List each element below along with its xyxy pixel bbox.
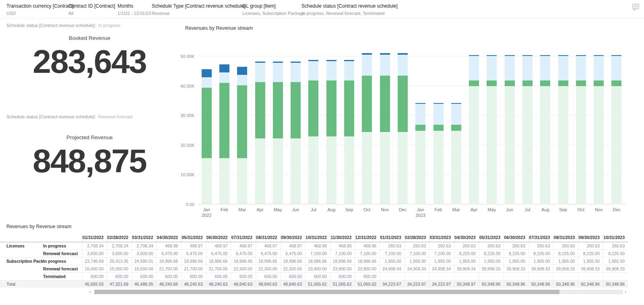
bar-segment[interactable]: [576, 56, 586, 80]
scroll-thumb[interactable]: [94, 290, 559, 294]
bar-segment[interactable]: [237, 75, 247, 85]
bar-jan2022[interactable]: [202, 69, 212, 204]
bar-segment[interactable]: [576, 86, 586, 204]
bar-segment[interactable]: [291, 203, 301, 204]
bar-segment[interactable]: [415, 125, 425, 130]
bar-segment[interactable]: [451, 125, 461, 130]
bar-segment[interactable]: [611, 86, 621, 204]
bar-segment[interactable]: [611, 80, 621, 86]
bar-segment[interactable]: [291, 138, 301, 203]
bar-segment[interactable]: [344, 203, 354, 204]
bar-segment[interactable]: [219, 72, 229, 83]
bar-segment[interactable]: [362, 76, 372, 132]
bar-segment[interactable]: [522, 56, 533, 80]
bar-apr[interactable]: [255, 62, 265, 204]
bar-segment[interactable]: [219, 158, 229, 202]
bar-segment[interactable]: [398, 76, 408, 132]
bar-segment[interactable]: [308, 203, 318, 204]
filter-item[interactable]: Contract ID [Contract]All: [68, 3, 118, 18]
bar-segment[interactable]: [273, 82, 283, 138]
bar-segment[interactable]: [308, 136, 318, 202]
bar-segment[interactable]: [594, 80, 604, 86]
scroll-left-arrow[interactable]: ‹: [89, 289, 91, 295]
bar-segment[interactable]: [237, 85, 247, 158]
bar-segment[interactable]: [255, 63, 265, 82]
bar-oct[interactable]: [576, 55, 586, 204]
bar-feb[interactable]: [219, 64, 229, 204]
bar-segment[interactable]: [202, 158, 212, 202]
bar-segment[interactable]: [344, 136, 354, 202]
bar-sep[interactable]: [558, 55, 568, 204]
bar-segment[interactable]: [219, 203, 229, 204]
bar-segment[interactable]: [433, 125, 444, 130]
filter-item[interactable]: Schedule status [Contract revenue schedu…: [301, 3, 402, 18]
bar-segment[interactable]: [219, 64, 229, 72]
bar-segment[interactable]: [415, 104, 425, 125]
bar-mar[interactable]: [237, 67, 247, 204]
bar-sep[interactable]: [344, 60, 354, 204]
bar-segment[interactable]: [219, 83, 229, 158]
bar-segment[interactable]: [326, 136, 336, 202]
bar-segment[interactable]: [469, 56, 479, 80]
bar-segment[interactable]: [469, 86, 479, 204]
scroll-right-arrow[interactable]: ›: [625, 289, 626, 295]
bar-segment[interactable]: [558, 80, 568, 86]
bar-segment[interactable]: [594, 86, 604, 204]
bar-jul[interactable]: [308, 60, 318, 204]
bar-segment[interactable]: [433, 131, 444, 204]
bar-jan2023[interactable]: [415, 103, 425, 204]
bar-aug[interactable]: [540, 55, 550, 204]
bar-segment[interactable]: [308, 80, 318, 137]
bar-dec[interactable]: [611, 55, 621, 204]
bar-segment[interactable]: [255, 203, 265, 204]
bar-segment[interactable]: [326, 203, 336, 204]
bar-segment[interactable]: [326, 80, 336, 137]
bar-segment[interactable]: [380, 203, 390, 204]
bar-segment[interactable]: [398, 55, 408, 76]
bar-nov[interactable]: [380, 53, 390, 204]
bar-segment[interactable]: [505, 86, 515, 204]
bar-segment[interactable]: [273, 63, 283, 82]
bar-dec[interactable]: [398, 53, 408, 204]
bar-segment[interactable]: [273, 138, 283, 203]
bar-segment[interactable]: [540, 86, 550, 204]
bar-segment[interactable]: [433, 104, 444, 125]
bar-segment[interactable]: [398, 132, 408, 203]
scroll-track[interactable]: [94, 290, 623, 294]
bar-apr[interactable]: [469, 55, 479, 204]
bar-segment[interactable]: [237, 67, 247, 75]
bar-segment[interactable]: [255, 82, 265, 138]
bar-segment[interactable]: [576, 80, 586, 86]
bar-segment[interactable]: [237, 158, 247, 202]
bar-segment[interactable]: [291, 82, 301, 138]
bar-mar[interactable]: [451, 103, 461, 204]
bar-segment[interactable]: [505, 56, 515, 80]
bar-segment[interactable]: [326, 61, 336, 80]
bar-segment[interactable]: [505, 80, 515, 86]
bar-segment[interactable]: [540, 80, 550, 86]
bar-segment[interactable]: [344, 61, 354, 80]
bar-segment[interactable]: [451, 104, 461, 125]
bar-segment[interactable]: [451, 131, 461, 204]
bar-segment[interactable]: [362, 203, 372, 204]
bar-segment[interactable]: [202, 77, 212, 88]
bar-segment[interactable]: [487, 80, 497, 86]
comment-icon[interactable]: [631, 3, 640, 12]
bar-segment[interactable]: [202, 69, 212, 77]
bar-segment[interactable]: [380, 132, 390, 203]
bar-may[interactable]: [273, 62, 283, 204]
filter-item[interactable]: Months1/1/22 - 12/31/23: [118, 3, 152, 18]
bar-segment[interactable]: [487, 56, 497, 80]
bar-jul[interactable]: [522, 55, 533, 204]
bar-segment[interactable]: [362, 55, 372, 76]
bar-may[interactable]: [487, 55, 497, 204]
bar-segment[interactable]: [380, 55, 390, 76]
filter-item[interactable]: Transaction currency [Contract]USD: [6, 3, 68, 18]
bar-jun[interactable]: [291, 62, 301, 204]
bar-segment[interactable]: [540, 56, 550, 80]
bar-segment[interactable]: [273, 203, 283, 204]
bar-segment[interactable]: [522, 86, 533, 204]
bar-segment[interactable]: [611, 56, 621, 80]
bar-segment[interactable]: [237, 203, 247, 204]
bar-aug[interactable]: [326, 60, 336, 204]
